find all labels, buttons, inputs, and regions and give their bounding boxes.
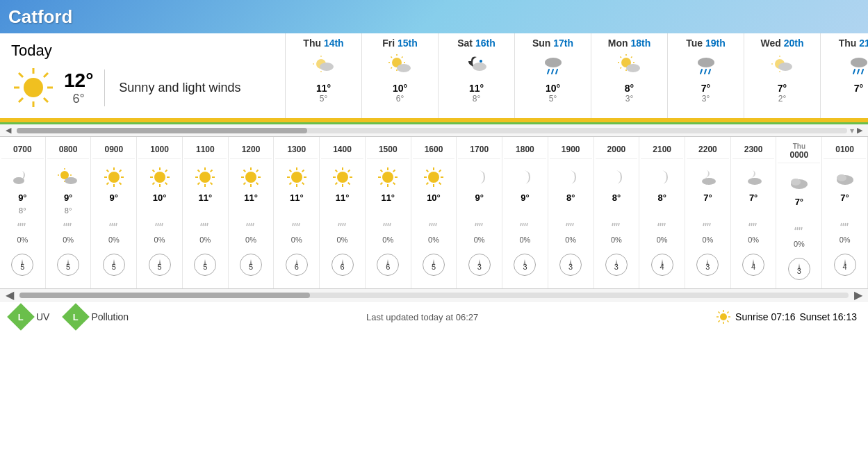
sunrise-sunset: Sunrise 07:16 Sunset 16:13 — [716, 309, 857, 325]
forecast-icon — [368, 51, 432, 81]
scroll-right-arrow[interactable]: ▶ — [854, 126, 865, 135]
hour-precip-icon — [47, 219, 90, 236]
hour-label: 0700 — [1, 140, 44, 159]
scroll-track[interactable] — [17, 128, 847, 133]
svg-line-54 — [862, 69, 863, 74]
svg-line-83 — [114, 223, 115, 226]
hour-weather-icon — [596, 163, 638, 191]
hour-wind-speed: 3 — [477, 263, 482, 271]
hour-time: 0100 — [835, 145, 854, 154]
hour-col-11: 1800 9° 0% 3 — [502, 137, 548, 288]
hour-weather-icon — [824, 163, 866, 191]
scroll-left-arrow[interactable]: ◀ — [3, 126, 14, 135]
svg-line-78 — [120, 183, 122, 185]
hour-wind-indicator: 5 — [149, 254, 171, 276]
forecast-day-3[interactable]: Sun 17th 10° 5° — [515, 33, 591, 118]
forecast-high: 11° — [291, 83, 356, 94]
hour-wind-indicator: 4 — [651, 254, 673, 276]
hour-feel — [321, 206, 363, 219]
hour-temp: 8° — [596, 192, 638, 206]
svg-point-156 — [382, 172, 393, 183]
forecast-day-0[interactable]: Thu 14th 11° 5° — [286, 33, 362, 118]
svg-line-137 — [293, 223, 293, 226]
header: Catford — [0, 0, 868, 33]
svg-line-28 — [548, 69, 549, 74]
forecast-icon — [291, 51, 356, 81]
hour-wind-indicator: 3 — [605, 254, 628, 276]
svg-line-106 — [211, 183, 213, 185]
svg-line-179 — [429, 223, 430, 226]
svg-line-123 — [247, 223, 247, 226]
hour-col-9: 1600 10° 0% 5 — [411, 137, 457, 288]
svg-line-122 — [244, 183, 246, 185]
forecast-day-5[interactable]: Tue 19th 7° 3° — [668, 33, 744, 118]
bottom-scroll-track[interactable] — [19, 293, 849, 298]
svg-line-67 — [64, 223, 65, 226]
hour-precip-pct: 0% — [458, 236, 500, 248]
bottom-scroll-thumb[interactable] — [19, 293, 310, 298]
svg-line-140 — [299, 223, 300, 226]
svg-line-177 — [439, 170, 441, 172]
svg-line-70 — [70, 223, 71, 226]
hour-feel — [92, 206, 135, 219]
hour-feel — [824, 206, 866, 219]
svg-point-128 — [291, 172, 302, 183]
forecast-day-2[interactable]: Sat 16th 11° 8° — [439, 33, 515, 118]
svg-line-199 — [612, 223, 613, 226]
scroll-thumb[interactable] — [17, 128, 307, 133]
top-scroll-bar[interactable]: ◀ ▾ ▶ — [0, 124, 868, 137]
hour-time: 0800 — [59, 145, 78, 154]
hour-precip-icon — [138, 219, 181, 236]
svg-line-82 — [112, 223, 113, 226]
svg-point-72 — [108, 172, 120, 183]
svg-line-79 — [120, 170, 122, 172]
hour-feel — [687, 206, 729, 219]
hour-feel — [596, 206, 638, 219]
hour-label: 1600 — [413, 140, 455, 159]
hour-temp: 7° — [824, 192, 866, 206]
svg-point-222 — [791, 179, 801, 186]
hour-time: 1300 — [287, 145, 306, 154]
hour-weather-icon — [732, 163, 775, 191]
forecast-low: 2° — [750, 94, 814, 104]
hour-precip-pct: 0% — [732, 236, 775, 248]
svg-line-109 — [201, 223, 202, 226]
pollution-badge: L Pollution — [66, 307, 129, 327]
bottom-scroll-bar[interactable]: ◀ ▶ — [0, 288, 868, 301]
svg-line-185 — [477, 223, 478, 226]
forecast-day-1[interactable]: Fri 15th 10° 6° — [362, 33, 439, 118]
forecast-day-7[interactable]: Thu 21st 7° — [821, 33, 868, 118]
sunset-time: Sunset 16:13 — [799, 311, 857, 322]
svg-line-121 — [256, 170, 259, 172]
forecast-day-6[interactable]: Wed 20th 7° 2° — [744, 33, 821, 118]
svg-line-200 — [614, 223, 615, 226]
hour-temp: 11° — [367, 192, 409, 206]
hour-col-18: 0100 7° 0% 4 — [822, 137, 868, 288]
hour-weather-icon — [230, 163, 272, 191]
hour-time: 1700 — [470, 145, 489, 154]
svg-point-25 — [473, 63, 486, 71]
forecast-day-4[interactable]: Mon 18th 8° 3° — [591, 33, 668, 118]
hour-precip-icon — [504, 219, 546, 236]
svg-line-96 — [158, 223, 158, 226]
svg-line-151 — [338, 223, 339, 226]
bottom-scroll-right[interactable]: ▶ — [851, 288, 865, 302]
uv-label: UV — [36, 311, 49, 322]
hour-time: 1100 — [196, 145, 215, 154]
svg-line-187 — [482, 223, 482, 226]
svg-line-213 — [710, 223, 710, 226]
forecast-low: 6° — [368, 94, 432, 104]
forecast-icon — [444, 51, 509, 81]
hour-precip-pct: 0% — [138, 236, 181, 248]
svg-line-202 — [619, 223, 619, 226]
hour-col-12: 1900 8° 0% 3 — [548, 137, 594, 288]
svg-line-164 — [381, 183, 383, 185]
svg-line-36 — [620, 57, 621, 58]
svg-point-229 — [837, 174, 846, 181]
bottom-scroll-left[interactable]: ◀ — [3, 288, 17, 302]
svg-line-112 — [207, 223, 208, 226]
hour-wind-indicator: 5 — [11, 254, 33, 276]
hour-col-0: 0700 9° 8° 0% 5 — [0, 137, 46, 288]
hour-wind-indicator: 6 — [377, 254, 399, 276]
hour-temp: 11° — [184, 192, 227, 206]
